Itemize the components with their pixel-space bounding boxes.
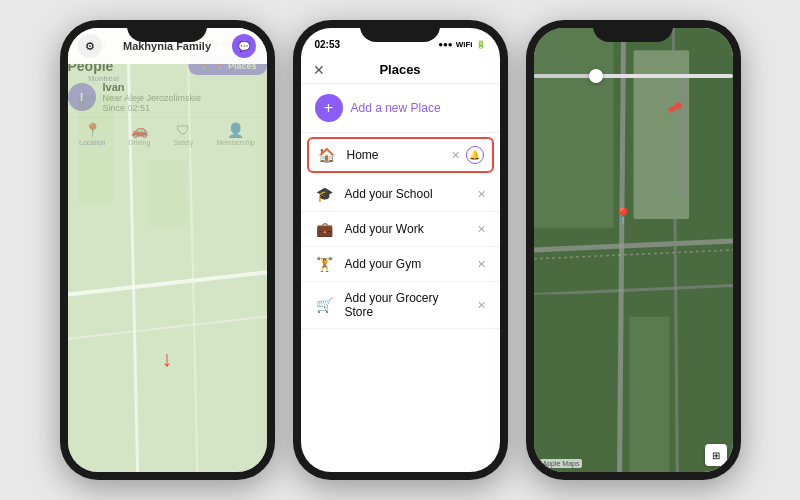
add-place-icon: + [315, 94, 343, 122]
place-item-school[interactable]: 🎓 Add your School ✕ [301, 177, 500, 212]
apple-maps-badge: Apple Maps [540, 459, 583, 468]
slider-fill [534, 74, 594, 78]
gym-icon: 🏋 [315, 256, 335, 272]
school-actions: ✕ [477, 188, 486, 201]
place-name-school: Add your School [345, 187, 467, 201]
work-icon: 💼 [315, 221, 335, 237]
grocery-icon: 🛒 [315, 297, 335, 313]
place-item-grocery[interactable]: 🛒 Add your Grocery Store ✕ [301, 282, 500, 329]
phone-1: 02:52 ●●● WiFi 🔋 ⚙ Makhynia Family 💬 [60, 20, 275, 480]
grocery-actions: ✕ [477, 299, 486, 312]
notch-3 [593, 20, 673, 42]
place-name-gym: Add your Gym [345, 257, 467, 271]
places-content: ✕ Places + Add a new Place 🏠 Home ✕ 🔔 🎓 … [301, 56, 500, 329]
status-icons-2: ●●● WiFi 🔋 [438, 40, 485, 49]
time-2: 02:53 [315, 39, 341, 50]
home-actions: ✕ 🔔 [451, 146, 484, 164]
home-notify-button[interactable]: 🔔 [466, 146, 484, 164]
work-remove-button[interactable]: ✕ [477, 223, 486, 236]
school-icon: 🎓 [315, 186, 335, 202]
satellite-map-svg [534, 56, 733, 472]
phone-2: 02:53 ●●● WiFi 🔋 ✕ Places + Add a new Pl… [293, 20, 508, 480]
svg-rect-14 [677, 72, 687, 196]
map-svg: Montréal [68, 28, 267, 472]
gym-remove-button[interactable]: ✕ [477, 258, 486, 271]
slider-track [534, 74, 733, 78]
add-place-row[interactable]: + Add a new Place [301, 84, 500, 133]
place-name-grocery: Add your Grocery Store [345, 291, 467, 319]
place-name-home: Home [347, 148, 441, 162]
grocery-remove-button[interactable]: ✕ [477, 299, 486, 312]
add-place-label: Add a new Place [351, 101, 441, 115]
svg-rect-5 [77, 95, 113, 206]
places-header: ✕ Places [301, 56, 500, 84]
svg-rect-17 [629, 317, 669, 472]
place-item-gym[interactable]: 🏋 Add your Gym ✕ [301, 247, 500, 282]
svg-text:Montréal: Montréal [87, 74, 118, 83]
phone-3: 02:54 ●●● WiFi 🔋 CANCEL Edit Place SAVE [526, 20, 741, 480]
svg-rect-6 [147, 161, 187, 228]
notch-2 [360, 20, 440, 42]
home-remove-button[interactable]: ✕ [451, 149, 460, 162]
location-pin: 📍 [613, 206, 633, 225]
place-name-work: Add your Work [345, 222, 467, 236]
place-item-work[interactable]: 💼 Add your Work ✕ [301, 212, 500, 247]
chat-button[interactable]: 💬 [232, 34, 256, 58]
svg-rect-16 [534, 294, 614, 472]
place-item-home[interactable]: 🏠 Home ✕ 🔔 [307, 137, 494, 173]
gym-actions: ✕ [477, 258, 486, 271]
home-icon: 🏠 [317, 147, 337, 163]
work-actions: ✕ [477, 223, 486, 236]
notch-1 [127, 20, 207, 42]
places-title: Places [379, 62, 420, 77]
gear-button[interactable]: ⚙ [78, 34, 102, 58]
layers-button[interactable]: ⊞ [705, 444, 727, 466]
close-button[interactable]: ✕ [313, 62, 325, 78]
svg-rect-15 [534, 56, 614, 228]
school-remove-button[interactable]: ✕ [477, 188, 486, 201]
map-arrow: ↓ [162, 346, 173, 372]
